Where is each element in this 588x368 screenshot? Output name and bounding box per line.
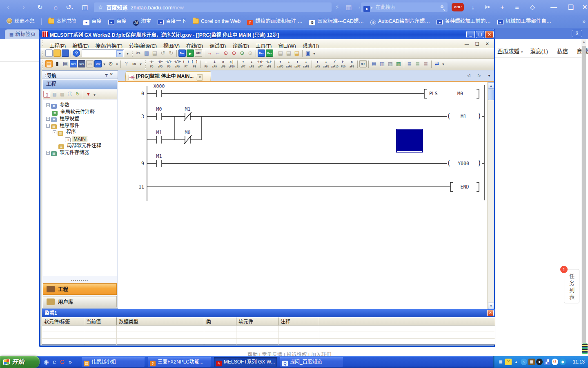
toolbar-grip[interactable] xyxy=(42,59,44,70)
collapse-tray-icon[interactable]: ‹ xyxy=(521,359,527,365)
ladder-symbol-aF9-button[interactable]: ✕aF9 xyxy=(347,59,356,70)
tree-item-参数[interactable]: +✱参数 xyxy=(43,102,117,109)
gadget-tower-icon[interactable] xyxy=(582,343,588,354)
page-link[interactable]: 消息(1) xyxy=(530,48,548,54)
menu-icon[interactable]: ≡ xyxy=(512,2,522,12)
watch-header-1[interactable]: 软元件/标签 xyxy=(42,317,84,325)
toolbar-grip[interactable] xyxy=(42,48,44,58)
watch-close-icon[interactable]: ✕ xyxy=(487,310,494,316)
ladder-symbol-F7-button[interactable]: ( )F7 xyxy=(182,59,190,70)
favorite-star-icon[interactable]: ☆ xyxy=(98,4,103,11)
collapse-icon[interactable]: - xyxy=(53,130,56,134)
refresh-icon[interactable]: ↻ xyxy=(35,2,45,12)
toolbar-combobox[interactable] xyxy=(82,49,124,57)
device-search-icon[interactable]: ⊙ xyxy=(222,49,229,57)
scroll-up-icon[interactable]: ▲ xyxy=(488,82,494,89)
tree-item-软元件存储器[interactable]: +▦软元件存储器 xyxy=(43,149,117,156)
ladder-symbol-saF7-button[interactable]: ↑saF7 xyxy=(293,59,302,70)
start-button[interactable]: 开始 xyxy=(0,356,40,368)
device-cc-icon[interactable]: Dev xyxy=(86,60,94,67)
ladder-document-tab[interactable]: ⊣⊢[PRG]监视 停止中 MAIN...✕ xyxy=(125,71,212,81)
tab-count-badge[interactable]: 3 xyxy=(572,30,582,37)
open-folder-icon[interactable] xyxy=(53,49,61,57)
output-window-icon[interactable]: ▤ xyxy=(62,60,69,67)
monitor-edit-icon[interactable]: ▨ xyxy=(395,60,402,67)
device-list-icon[interactable]: Dev xyxy=(78,60,85,67)
search-icon[interactable] xyxy=(441,5,443,8)
nav-button-user-library[interactable]: 用户库 xyxy=(43,296,117,307)
toolbar-overflow-icon[interactable]: ▼ xyxy=(115,60,119,69)
save-icon[interactable] xyxy=(62,49,69,57)
watch-header-4[interactable]: 类 xyxy=(204,317,236,325)
ladder-symbol-sF5-button[interactable]: ⊣⊩sF5 xyxy=(156,59,165,70)
bookmark-item[interactable]: Corel on the Web xyxy=(193,15,241,28)
device-monitor-icon[interactable]: Dev xyxy=(258,49,265,57)
ladder-symbol-F5-button[interactable]: ⊣⊢F5 xyxy=(147,59,156,70)
maximize-window-icon[interactable]: ❑ xyxy=(566,2,576,12)
help-tray-icon[interactable]: ? xyxy=(505,359,512,365)
toolbar-overflow-icon[interactable]: ▼ xyxy=(138,60,143,69)
mdi-window-controls[interactable]: — ❑ ✕ xyxy=(465,39,492,48)
add-icon[interactable]: + xyxy=(497,2,507,12)
watch-header-3[interactable]: 数据类型 xyxy=(117,317,204,325)
zoom-icon[interactable]: ⊙ xyxy=(107,60,114,67)
taskbar-task-1[interactable]: ▤伟鹏赵小姐 xyxy=(82,357,145,367)
ladder-symbol-sF7-button[interactable]: ↑sF7 xyxy=(239,59,247,70)
panel-splitter[interactable]: ••••••••• xyxy=(42,278,118,282)
browser360-quick-icon[interactable]: G xyxy=(60,359,65,365)
watch-empty-row[interactable] xyxy=(42,332,495,339)
device-batch-icon[interactable]: Dev xyxy=(94,60,102,67)
shield-tray-icon[interactable]: ◆ xyxy=(559,359,566,365)
bookmark-item[interactable]: 淘淘宝 xyxy=(133,15,151,28)
ladder-symbol-caF10-button[interactable]: /caF10 xyxy=(330,59,339,70)
messenger-quick-icon[interactable]: ◉ xyxy=(44,359,49,365)
toolbar-grip[interactable] xyxy=(144,59,146,70)
contact-search-icon[interactable]: ⊙ xyxy=(238,49,246,57)
ladder-symbol-caF5-button[interactable]: ↓caF5 xyxy=(322,59,330,70)
taskbar-task-4[interactable]: Q提问_百度知道 xyxy=(280,357,343,367)
sort-filter-icon[interactable]: ▼ xyxy=(85,91,92,98)
scrollbar-thumb[interactable] xyxy=(582,46,586,343)
toolbar-overflow-icon[interactable]: ▼ xyxy=(102,60,107,69)
bookmark-item[interactable]: 本地书签 xyxy=(48,15,77,28)
bookmark-item[interactable]: ●百度 xyxy=(108,15,127,28)
ladder-symbol-F6-button[interactable]: ⊣/⊢F6 xyxy=(165,59,173,70)
statement-display-icon[interactable]: ≣ xyxy=(414,60,421,67)
ladder-symbol-cF10-button[interactable]: ✕|cF10 xyxy=(227,59,236,70)
forward-icon[interactable]: › xyxy=(19,2,29,12)
page-link[interactable]: 私信 xyxy=(557,48,568,54)
read-from-plc-icon[interactable]: ▸ xyxy=(187,49,194,57)
gx-close-icon[interactable]: ✕ xyxy=(485,31,494,38)
binoculars-icon[interactable]: ∞ xyxy=(131,60,138,67)
edit-mode-icon[interactable]: ▤ xyxy=(370,60,378,67)
tree-item-局部软元件注释[interactable]: ≣局部软元件注释 xyxy=(43,142,117,149)
paste-item-icon[interactable]: ▤ xyxy=(59,91,66,98)
tree-item-程序部件[interactable]: -▦程序部件 xyxy=(43,122,117,129)
nav-close-icon[interactable]: ✕ xyxy=(110,72,115,76)
instruction-search-icon[interactable]: ⊙ xyxy=(230,49,238,57)
updates-tray-icon[interactable]: ▴ xyxy=(513,359,519,365)
comment-icon[interactable]: ▤ xyxy=(277,49,284,57)
search-disabled-icon[interactable]: ⊙ xyxy=(247,49,254,57)
minimize-window-icon[interactable]: — xyxy=(549,2,559,12)
360-tray-icon[interactable]: G xyxy=(552,359,558,365)
expand-icon[interactable]: + xyxy=(46,117,50,121)
device-find-icon[interactable]: Dev xyxy=(70,60,77,67)
tree-item-程序设置[interactable]: +✱程序设置 xyxy=(43,115,117,122)
adblock-icon[interactable]: ABP xyxy=(452,3,464,11)
help-icon[interactable]: ? xyxy=(73,49,80,57)
statement-icon[interactable]: ▤ xyxy=(285,49,292,57)
function-block-icon[interactable]: ▮ xyxy=(53,60,61,67)
page-scrollbar[interactable]: ▲ xyxy=(581,39,586,347)
search-box[interactable]: ●▾在此搜索 xyxy=(361,2,448,12)
copy-item-icon[interactable]: ▥ xyxy=(51,91,58,98)
bookmark-item[interactable]: 丝毫不怠 xyxy=(7,15,35,28)
info-item-icon[interactable]: ⓘ xyxy=(67,91,74,98)
screenshot-scissors-icon[interactable]: ✂ xyxy=(483,2,492,12)
toolbar-overflow-icon[interactable]: ▼ xyxy=(125,49,130,58)
ladder-symbol-sF6-button[interactable]: ⊣/⊩sF6 xyxy=(173,59,182,70)
scroll-up-icon[interactable]: ▲ xyxy=(581,40,586,44)
ladder-symbol-saF8-button[interactable]: ↓saF8 xyxy=(302,59,310,70)
gx-title-bar[interactable]: MELSOFT系列 GX Works2 D:\plc保存\顺序开启，逆序关闭.g… xyxy=(39,29,495,39)
app1-tray-icon[interactable]: ▦ xyxy=(528,359,535,365)
